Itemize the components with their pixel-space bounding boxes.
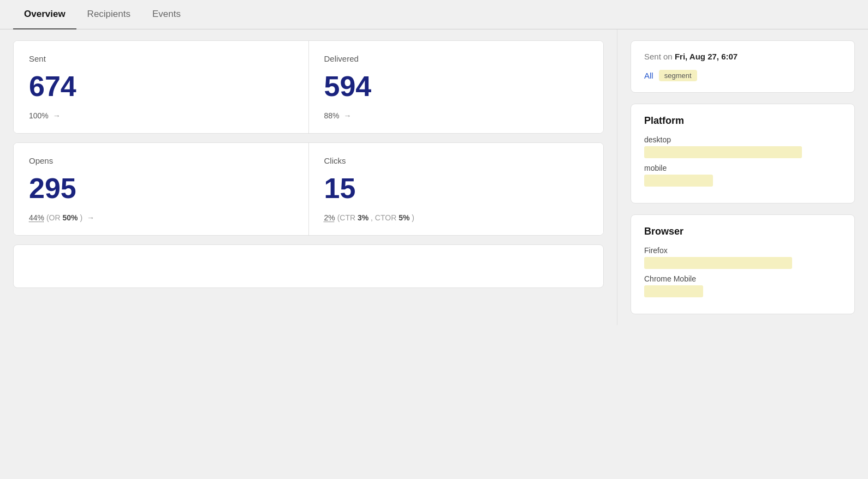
browser-chrome-mobile-item: Chrome Mobile xyxy=(644,274,841,297)
opens-arrow: → xyxy=(87,213,94,222)
opens-label: Opens xyxy=(29,156,293,165)
left-panel: Sent 674 100% → Delivered 594 88% → Open… xyxy=(0,29,617,325)
browser-block: Browser Firefox Chrome Mobile xyxy=(631,214,855,314)
clicks-value: 15 xyxy=(324,174,588,202)
delivered-value: 594 xyxy=(324,72,588,100)
sent-value: 674 xyxy=(29,72,293,100)
platform-desktop-bar xyxy=(644,146,802,158)
opens-or-close: ) xyxy=(80,213,82,222)
sent-on-date: Fri, Aug 27, 6:07 xyxy=(675,52,738,61)
delivered-label: Delivered xyxy=(324,54,588,63)
bottom-card-1 xyxy=(13,244,604,288)
delivered-percent-value: 88% xyxy=(324,111,340,120)
platform-mobile-label: mobile xyxy=(644,164,841,172)
segment-all-link[interactable]: All xyxy=(644,71,653,80)
sent-on-label: Sent on xyxy=(644,52,673,61)
clicks-label: Clicks xyxy=(324,156,588,165)
sent-arrow: → xyxy=(53,111,61,120)
browser-chrome-mobile-label: Chrome Mobile xyxy=(644,274,841,283)
browser-firefox-label: Firefox xyxy=(644,246,841,255)
clicks-ctr-open: (CTR xyxy=(337,213,358,222)
opens-clicks-row: Opens 295 44% (OR 50% ) → Clicks 15 2% (… xyxy=(13,142,604,236)
opens-value: 295 xyxy=(29,174,293,202)
clicks-ctor-value: 5% xyxy=(399,213,409,222)
delivered-arrow: → xyxy=(343,111,351,120)
main-layout: Sent 674 100% → Delivered 594 88% → Open… xyxy=(0,29,868,325)
bottom-row xyxy=(13,244,604,288)
clicks-ctr-value: 3% xyxy=(358,213,368,222)
sent-on-block: Sent on Fri, Aug 27, 6:07 All segment xyxy=(631,40,855,93)
right-panel: Sent on Fri, Aug 27, 6:07 All segment Pl… xyxy=(617,29,868,325)
opens-percent: 44% (OR 50% ) → xyxy=(29,213,293,222)
platform-mobile-bar xyxy=(644,175,713,187)
tab-recipients[interactable]: Recipients xyxy=(76,0,141,29)
opens-or-text: (OR xyxy=(46,213,63,222)
delivered-percent: 88% → xyxy=(324,111,588,120)
platform-desktop-label: desktop xyxy=(644,135,841,144)
browser-firefox-bar xyxy=(644,257,792,269)
clicks-ctor-label: , CTOR xyxy=(371,213,399,222)
sent-delivered-row: Sent 674 100% → Delivered 594 88% → xyxy=(13,40,604,134)
opens-or-value: 50% xyxy=(62,213,78,222)
clicks-card: Clicks 15 2% (CTR 3% , CTOR 5% ) xyxy=(309,143,604,235)
platform-mobile-item: mobile xyxy=(644,164,841,187)
delivered-card: Delivered 594 88% → xyxy=(309,41,604,133)
sent-label: Sent xyxy=(29,54,293,63)
browser-chrome-mobile-bar xyxy=(644,285,703,297)
platform-desktop-item: desktop xyxy=(644,135,841,158)
sent-on-text: Sent on Fri, Aug 27, 6:07 xyxy=(644,52,841,61)
opens-percent-value: 44% xyxy=(29,213,44,222)
sent-card: Sent 674 100% → xyxy=(14,41,309,133)
clicks-percent-value: 2% xyxy=(324,213,335,222)
sent-percent-value: 100% xyxy=(29,111,49,120)
tab-events[interactable]: Events xyxy=(141,0,192,29)
sent-percent: 100% → xyxy=(29,111,293,120)
platform-block: Platform desktop mobile xyxy=(631,104,855,203)
tab-bar: Overview Recipients Events xyxy=(0,0,868,29)
opens-card: Opens 295 44% (OR 50% ) → xyxy=(14,143,309,235)
segment-row: All segment xyxy=(644,70,841,81)
browser-firefox-item: Firefox xyxy=(644,246,841,269)
browser-title: Browser xyxy=(644,226,841,237)
clicks-close: ) xyxy=(412,213,414,222)
segment-badge[interactable]: segment xyxy=(659,70,697,81)
tab-overview[interactable]: Overview xyxy=(13,0,76,29)
platform-title: Platform xyxy=(644,115,841,127)
clicks-percent: 2% (CTR 3% , CTOR 5% ) xyxy=(324,213,588,222)
